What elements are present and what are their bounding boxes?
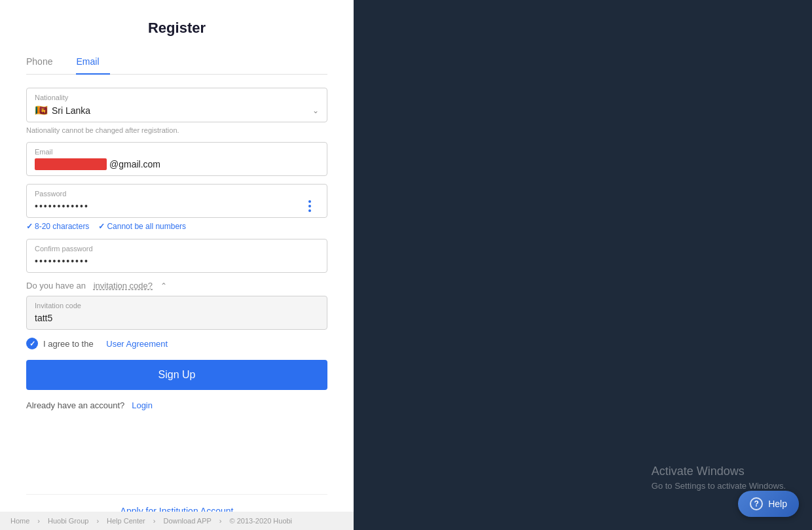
invitation-toggle-link[interactable]: invitation code? bbox=[94, 281, 153, 291]
dot2 bbox=[308, 205, 311, 207]
nationality-hint: Nationality cannot be changed after regi… bbox=[26, 126, 327, 134]
windows-activation: Activate Windows Go to Settings to activ… bbox=[652, 465, 786, 491]
nationality-wrapper: 🇱🇰 Sri Lanka ⌄ bbox=[35, 104, 319, 116]
login-link[interactable]: Login bbox=[132, 400, 153, 410]
dot1 bbox=[308, 200, 311, 203]
email-label: Email bbox=[35, 148, 319, 156]
windows-title: Activate Windows bbox=[652, 465, 786, 478]
invitation-code-input[interactable] bbox=[35, 313, 319, 323]
signup-button[interactable]: Sign Up bbox=[26, 360, 327, 390]
tab-phone[interactable]: Phone bbox=[26, 51, 63, 75]
email-redacted-block bbox=[35, 158, 107, 170]
numbers-hint: Cannot be all numbers bbox=[98, 222, 186, 231]
arrow-up-icon: ⌃ bbox=[160, 281, 167, 291]
invitation-toggle: Do you have an invitation code? ⌃ bbox=[26, 281, 327, 291]
footer-huobi-group[interactable]: Huobi Group bbox=[48, 517, 88, 525]
user-agreement-link[interactable]: User Agreement bbox=[106, 339, 168, 349]
invitation-code-field[interactable]: Invitation code bbox=[26, 296, 327, 330]
password-field-group[interactable]: Password •••••••••••• bbox=[26, 184, 327, 218]
agreement-checkbox[interactable] bbox=[26, 338, 38, 349]
windows-subtitle: Go to Settings to activate Windows. bbox=[652, 481, 786, 491]
validation-hints: 8-20 characters Cannot be all numbers bbox=[26, 222, 327, 231]
left-panel: Register Phone Email Nationality 🇱🇰 Sri … bbox=[0, 0, 354, 530]
nationality-dropdown[interactable]: Nationality 🇱🇰 Sri Lanka ⌄ bbox=[26, 88, 327, 122]
chars-hint: 8-20 characters bbox=[26, 222, 89, 231]
footer-separator3: › bbox=[153, 517, 156, 525]
agreement-row: I agree to the User Agreement bbox=[26, 338, 327, 349]
confirm-password-dots: •••••••••••• bbox=[35, 256, 89, 266]
srilanka-flag-icon: 🇱🇰 bbox=[35, 104, 48, 116]
chevron-down-icon: ⌄ bbox=[312, 106, 319, 115]
invitation-section: Do you have an invitation code? ⌃ Invita… bbox=[26, 281, 327, 330]
confirm-password-field-group[interactable]: Confirm password •••••••••••• bbox=[26, 239, 327, 273]
help-icon: ? bbox=[750, 497, 763, 510]
nationality-value: 🇱🇰 Sri Lanka bbox=[35, 104, 90, 116]
tabs: Phone Email bbox=[26, 51, 327, 75]
confirm-password-label: Confirm password bbox=[35, 245, 319, 253]
agreement-text: I agree to the bbox=[43, 339, 94, 349]
help-label: Help bbox=[768, 499, 787, 509]
password-dots: •••••••••••• bbox=[35, 201, 89, 211]
help-button[interactable]: ? Help bbox=[738, 491, 799, 517]
footer-home[interactable]: Home bbox=[10, 517, 29, 525]
footer-copyright: © 2013-2020 Huobi bbox=[230, 517, 293, 525]
password-more-icon[interactable] bbox=[308, 200, 311, 212]
footer-bar: Home › Huobi Group › Help Center › Downl… bbox=[0, 512, 354, 530]
dot3 bbox=[308, 209, 311, 212]
login-row: Already have an account? Login bbox=[26, 400, 327, 410]
email-suffix: @gmail.com bbox=[109, 159, 160, 169]
footer-separator1: › bbox=[37, 517, 40, 525]
dot-menu bbox=[308, 200, 311, 212]
tab-email[interactable]: Email bbox=[76, 51, 109, 75]
email-field-group[interactable]: Email @gmail.com bbox=[26, 142, 327, 176]
nationality-label: Nationality bbox=[35, 94, 319, 101]
nationality-text: Sri Lanka bbox=[52, 105, 90, 116]
footer-download-app[interactable]: Download APP bbox=[163, 517, 211, 525]
right-panel: Activate Windows Go to Settings to activ… bbox=[354, 0, 812, 530]
register-card: Register Phone Email Nationality 🇱🇰 Sri … bbox=[0, 0, 354, 530]
footer-separator4: › bbox=[219, 517, 222, 525]
footer-help-center[interactable]: Help Center bbox=[107, 517, 145, 525]
password-label: Password bbox=[35, 190, 319, 198]
footer-separator2: › bbox=[96, 517, 99, 525]
invitation-toggle-text: Do you have an bbox=[26, 281, 86, 291]
already-account-text: Already have an account? bbox=[26, 400, 124, 410]
invitation-code-label: Invitation code bbox=[35, 302, 319, 309]
email-input-row: @gmail.com bbox=[35, 158, 319, 170]
page-title: Register bbox=[26, 20, 327, 37]
